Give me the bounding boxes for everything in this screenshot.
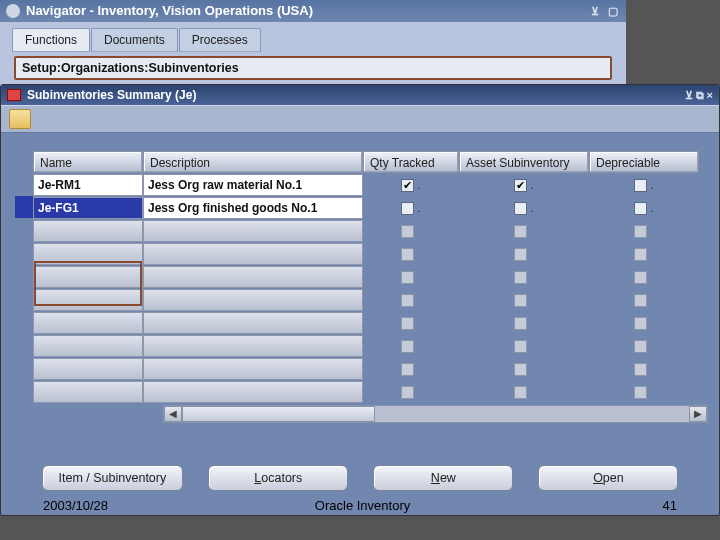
qty-checkbox[interactable]: ✔: [401, 179, 414, 192]
col-qty-header[interactable]: Qty Tracked: [363, 151, 459, 173]
desc-cell[interactable]: [143, 381, 363, 403]
name-input[interactable]: [34, 198, 142, 218]
dep-checkbox[interactable]: [634, 271, 647, 284]
scroll-track[interactable]: [182, 406, 689, 422]
asset-checkbox[interactable]: [514, 202, 527, 215]
sub-window-title: Subinventories Summary (Je): [27, 88, 196, 102]
scroll-right-icon[interactable]: ▶: [689, 406, 707, 422]
dep-checkbox[interactable]: [634, 340, 647, 353]
tab-functions[interactable]: Functions: [12, 28, 90, 52]
scroll-thumb[interactable]: [182, 406, 375, 422]
asset-checkbox[interactable]: [514, 317, 527, 330]
maximize-icon[interactable]: ▢: [606, 0, 620, 22]
name-cell[interactable]: [33, 243, 143, 265]
asset-checkbox[interactable]: [514, 225, 527, 238]
item-subinventory-button[interactable]: Item / Subinventory: [42, 465, 184, 491]
qty-checkbox[interactable]: [401, 202, 414, 215]
col-asset-header[interactable]: Asset Subinventory: [459, 151, 589, 173]
dep-cell: .: [589, 381, 699, 403]
tab-documents[interactable]: Documents: [91, 28, 178, 52]
asset-checkbox[interactable]: [514, 294, 527, 307]
qty-checkbox[interactable]: [401, 340, 414, 353]
name-cell[interactable]: [33, 266, 143, 288]
row-marker[interactable]: [15, 311, 33, 333]
open-button[interactable]: Open: [538, 465, 678, 491]
row-marker[interactable]: [15, 196, 33, 218]
qty-checkbox[interactable]: [401, 225, 414, 238]
scroll-left-icon[interactable]: ◀: [164, 406, 182, 422]
minimize-icon[interactable]: ⊻: [685, 89, 693, 102]
horizontal-scrollbar[interactable]: ◀ ▶: [163, 405, 708, 423]
desc-input[interactable]: [144, 198, 362, 218]
qty-checkbox[interactable]: [401, 248, 414, 261]
desc-cell[interactable]: [143, 197, 363, 219]
dep-cell: .: [589, 220, 699, 242]
dep-checkbox[interactable]: [634, 248, 647, 261]
name-cell[interactable]: [33, 312, 143, 334]
desc-cell[interactable]: [143, 358, 363, 380]
trailing-dot: .: [530, 225, 533, 237]
desc-cell[interactable]: [143, 335, 363, 357]
qty-cell: .: [363, 381, 459, 403]
row-marker[interactable]: [15, 265, 33, 287]
name-cell[interactable]: [33, 335, 143, 357]
asset-checkbox[interactable]: [514, 340, 527, 353]
col-dep-header[interactable]: Depreciable: [589, 151, 699, 173]
dep-checkbox[interactable]: [634, 202, 647, 215]
dep-checkbox[interactable]: [634, 225, 647, 238]
qty-checkbox[interactable]: [401, 363, 414, 376]
minimize-icon[interactable]: ⊻: [588, 0, 602, 22]
desc-cell[interactable]: [143, 312, 363, 334]
dep-checkbox[interactable]: [634, 317, 647, 330]
name-cell[interactable]: [33, 220, 143, 242]
asset-checkbox[interactable]: [514, 248, 527, 261]
name-cell[interactable]: [33, 289, 143, 311]
name-cell[interactable]: [33, 358, 143, 380]
row-marker[interactable]: [15, 334, 33, 356]
desc-input[interactable]: [144, 175, 362, 195]
asset-cell: .: [459, 381, 589, 403]
locators-button[interactable]: Locators: [208, 465, 348, 491]
asset-checkbox[interactable]: [514, 363, 527, 376]
qty-checkbox[interactable]: [401, 294, 414, 307]
qty-checkbox[interactable]: [401, 386, 414, 399]
dep-checkbox[interactable]: [634, 363, 647, 376]
row-marker[interactable]: [15, 173, 33, 195]
row-marker[interactable]: [15, 380, 33, 402]
sub-titlebar[interactable]: Subinventories Summary (Je) ⊻ ⧉ ×: [1, 85, 719, 105]
row-marker[interactable]: [15, 219, 33, 241]
asset-checkbox[interactable]: ✔: [514, 179, 527, 192]
desc-cell[interactable]: [143, 243, 363, 265]
restore-icon[interactable]: ⧉: [696, 89, 704, 102]
trailing-dot: .: [417, 248, 420, 260]
grid-area: Name Description Qty Tracked Asset Subin…: [1, 133, 719, 429]
asset-cell: .: [459, 220, 589, 242]
navigator-titlebar[interactable]: Navigator - Inventory, Vision Operations…: [0, 0, 626, 22]
close-icon[interactable]: ×: [707, 89, 713, 102]
asset-cell: .: [459, 358, 589, 380]
dep-checkbox[interactable]: [634, 386, 647, 399]
breadcrumb[interactable]: Setup:Organizations:Subinventories: [14, 56, 612, 80]
asset-checkbox[interactable]: [514, 271, 527, 284]
qty-checkbox[interactable]: [401, 271, 414, 284]
dep-checkbox[interactable]: [634, 179, 647, 192]
col-desc-header[interactable]: Description: [143, 151, 363, 173]
desc-cell[interactable]: [143, 220, 363, 242]
tab-processes[interactable]: Processes: [179, 28, 261, 52]
col-name-header[interactable]: Name: [33, 151, 143, 173]
name-cell[interactable]: [33, 174, 143, 196]
asset-checkbox[interactable]: [514, 386, 527, 399]
qty-checkbox[interactable]: [401, 317, 414, 330]
row-marker[interactable]: [15, 242, 33, 264]
name-cell[interactable]: [33, 197, 143, 219]
desc-cell[interactable]: [143, 174, 363, 196]
desc-cell[interactable]: [143, 266, 363, 288]
open-folder-icon[interactable]: [9, 109, 31, 129]
dep-checkbox[interactable]: [634, 294, 647, 307]
name-input[interactable]: [34, 175, 142, 195]
name-cell[interactable]: [33, 381, 143, 403]
desc-cell[interactable]: [143, 289, 363, 311]
row-marker[interactable]: [15, 357, 33, 379]
row-marker[interactable]: [15, 288, 33, 310]
new-button[interactable]: New: [373, 465, 513, 491]
